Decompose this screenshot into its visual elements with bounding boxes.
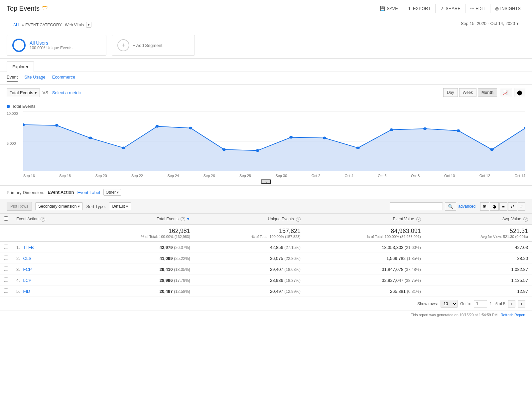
row-2-checkbox-cell [0,253,12,264]
row-4-checkbox[interactable] [4,278,8,282]
th-event-action: Event Action ? [12,214,84,225]
segment-name[interactable]: All Users [30,40,72,46]
table-row: 3. FCP 29,410 (18.05%) 29,407 (18.63%) 3… [0,264,532,275]
plot-rows-button[interactable]: Plot Rows [7,202,32,211]
row-2-link[interactable]: CLS [23,256,31,261]
y-label-mid: 5,000 [7,141,23,145]
segment-pct: 100.00% Unique Events [30,46,72,50]
row-3-checkbox[interactable] [4,267,8,271]
pie-view-btn[interactable]: ◕ [490,202,499,211]
help-icon-event-action[interactable]: ? [41,217,45,222]
row-2-action: 2. CLS [12,253,84,264]
tab-event[interactable]: Event [7,75,18,82]
summary-checkbox-cell [0,225,12,242]
search-input[interactable] [390,202,443,210]
help-icon-unique-events[interactable]: ? [296,217,301,222]
list-view-btn[interactable]: ≡ [499,202,507,211]
tab-site-usage[interactable]: Site Usage [24,75,46,82]
explorer-tab[interactable]: Explorer [7,61,34,72]
svg-point-6 [88,137,92,139]
row-2-checkbox[interactable] [4,256,8,260]
help-icon-event-value[interactable]: ? [416,217,421,222]
breadcrumb-all[interactable]: ALL [13,23,20,27]
help-icon-total-events[interactable]: ? [181,217,185,221]
chevron-down-icon: ▾ [126,204,128,209]
sort-type-dropdown[interactable]: Default ▾ [109,202,131,210]
pivot-view-btn[interactable]: # [518,202,525,211]
chart-scroll-down[interactable]: ▾ [261,179,271,184]
data-table: Event Action ? Total Events ? ▼ Unique E… [0,214,532,297]
svg-point-10 [222,148,226,151]
prev-page-btn[interactable]: ‹ [508,300,515,307]
refresh-report-link[interactable]: Refresh Report [500,313,525,317]
tab-ecommerce[interactable]: Ecommerce [52,75,75,82]
table-row: 2. CLS 41,099 (25.22%) 36,075 (22.86%) 1… [0,253,532,264]
chevron-down-icon: ▾ [35,90,37,95]
row-3-checkbox-cell [0,264,12,275]
compare-view-btn[interactable]: ⇄ [508,202,517,211]
sort-type-label: Sort Type: [86,204,106,209]
time-btn-month[interactable]: Month [478,88,497,97]
row-5-checkbox[interactable] [4,289,8,293]
x-axis: Sep 16 Sep 18 Sep 20 Sep 22 Sep 24 Sep 2… [23,173,525,178]
add-segment-button[interactable]: + + Add Segment [112,35,195,56]
primary-dim-event-action[interactable]: Event Action [48,190,74,195]
search-button[interactable]: 🔍 [445,202,456,211]
svg-point-8 [155,125,159,128]
table-row: 1. TTFB 42,979 (26.37%) 42,856 (27.15%) … [0,242,532,253]
show-rows-select[interactable]: 10 25 50 100 [441,300,458,308]
export-button[interactable]: ⬆ EXPORT [403,4,435,13]
table-view-btn[interactable]: ⊞ [480,202,489,211]
select-metric-link[interactable]: Select a metric [52,90,81,95]
goto-input[interactable] [474,300,487,307]
row-3-avg-value: 1,082.87 [425,264,532,275]
svg-point-16 [423,127,427,130]
primary-dim-event-label[interactable]: Event Label [77,190,100,195]
insights-button[interactable]: ◎ INSIGHTS [490,4,525,13]
goto-label: Go to: [460,302,471,306]
row-1-link[interactable]: TTFB [23,245,34,250]
svg-point-7 [122,146,126,149]
other-dropdown[interactable]: Other ▾ [103,189,121,196]
metric-dropdown[interactable]: Total Events ▾ [7,88,40,97]
svg-point-13 [323,137,327,139]
line-chart-view-btn[interactable]: 📈 [500,88,511,97]
time-btn-day[interactable]: Day [443,88,458,97]
row-5-link[interactable]: FID [23,289,30,294]
chart-container: 10,000 5,000 [7,111,525,178]
row-5-unique-events: 20,497 (12.99%) [194,286,305,297]
share-button[interactable]: ↗ SHARE [435,4,465,13]
pie-chart-view-btn[interactable]: ⬤ [514,88,525,97]
x-label-0: Sep 16 [23,174,35,178]
row-4-unique-events: 28,986 (18.37%) [194,275,305,286]
sort-arrow-icon: ▼ [186,217,190,221]
line-chart-svg [23,111,525,171]
row-4-link[interactable]: LCP [23,278,31,283]
insights-icon: ◎ [495,6,499,11]
row-1-avg-value: 427.03 [425,242,532,253]
row-1-checkbox[interactable] [4,245,8,249]
row-1-total-events: 42,979 (26.37%) [84,242,194,253]
chart-controls: Total Events ▾ VS. Select a metric Day W… [0,85,532,101]
next-page-btn[interactable]: › [518,300,525,307]
advanced-link[interactable]: advanced [458,204,475,209]
x-label-11: Oct 8 [411,174,420,178]
summary-label-cell [12,225,84,242]
legend-dot [7,105,10,108]
x-label-6: Sep 28 [239,174,251,178]
table-footer: Show rows: 10 25 50 100 Go to: 1 - 5 of … [0,297,532,310]
show-rows-label: Show rows: [417,302,438,306]
category-dropdown-button[interactable]: ▾ [86,22,91,28]
time-btn-week[interactable]: Week [459,88,476,97]
edit-icon: ✏ [470,6,474,11]
table-header-row: Event Action ? Total Events ? ▼ Unique E… [0,214,532,225]
edit-button[interactable]: ✏ EDIT [465,4,490,13]
breadcrumb: ALL » EVENT CATEGORY: Web Vitals ▾ [7,19,98,30]
select-all-checkbox[interactable] [4,216,8,221]
secondary-dimension-dropdown[interactable]: Secondary dimension ▾ [35,202,83,210]
save-button[interactable]: 💾 SAVE [375,4,403,13]
help-icon-avg-value[interactable]: ? [523,217,528,222]
x-label-14: Oct 14 [515,174,525,178]
date-range-dropdown[interactable]: ▾ [516,21,519,26]
row-3-link[interactable]: FCP [23,267,32,272]
